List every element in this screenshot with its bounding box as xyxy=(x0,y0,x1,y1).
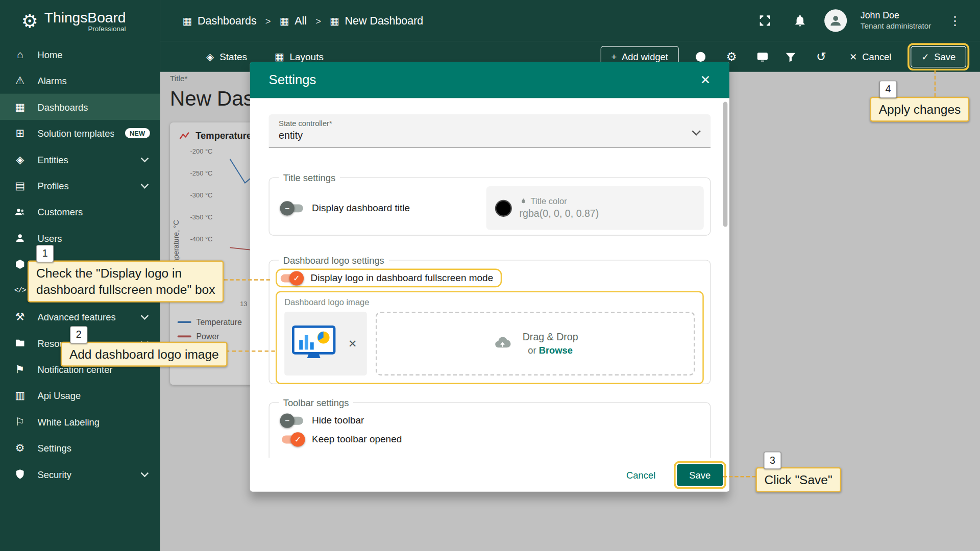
logo-image xyxy=(290,324,337,363)
sidebar-item-settings[interactable]: ⚙ Settings xyxy=(0,435,160,461)
breadcrumb-dashboards[interactable]: ▦ Dashboards xyxy=(183,14,257,28)
chevron-down-icon xyxy=(141,312,149,320)
entities-icon: ◈ xyxy=(14,154,26,165)
save-button-toolbar[interactable]: ✓ Save xyxy=(911,46,966,67)
code-icon: </> xyxy=(14,287,26,294)
new-badge: NEW xyxy=(125,128,150,138)
title-color-label-row: Title color xyxy=(520,197,599,206)
dialog-footer: Cancel Save xyxy=(250,458,729,492)
breadcrumb-separator: > xyxy=(265,15,271,26)
notifications-bell-button[interactable] xyxy=(789,13,811,28)
dialog-body: State controller* entity Title settings … xyxy=(250,98,729,458)
toolbar-settings-legend: Toolbar settings xyxy=(279,398,353,407)
callout-step-4: Apply changes xyxy=(870,97,969,122)
callout-step-3: Click "Save" xyxy=(755,467,841,492)
customers-icon xyxy=(14,206,26,218)
breadcrumb-all[interactable]: ▦ All xyxy=(280,14,307,28)
logo-settings-section: Dashboard logo settings ✓ Display logo i… xyxy=(269,256,711,384)
user-meta: John Doe Tenant administrator xyxy=(861,10,932,32)
state-controller-value: entity xyxy=(279,130,701,141)
sidebar-item-security[interactable]: Security xyxy=(0,461,160,487)
top-bar: ▦ Dashboards > ▦ All > ▦ New Dashboard xyxy=(160,0,980,41)
label-icon: ⚐ xyxy=(14,416,26,427)
dialog-scrollbar[interactable] xyxy=(723,102,728,227)
states-button[interactable]: ◈ States xyxy=(206,51,247,62)
cancel-button[interactable]: Cancel xyxy=(623,469,659,481)
state-controller-label: State controller* xyxy=(279,119,701,128)
tools-icon: ⚒ xyxy=(14,311,26,322)
sidebar-item-solution-templates[interactable]: ⊞ Solution templates NEW xyxy=(0,120,160,146)
toggle-off-icon: − xyxy=(280,201,295,215)
timewindow-clock-button[interactable] xyxy=(694,51,706,63)
brand: ⚙ ThingsBoard Professional xyxy=(0,0,160,41)
sidebar-item-entities[interactable]: ◈ Entities xyxy=(0,146,160,172)
alarm-icon: ⚠ xyxy=(14,76,26,86)
layouts-button[interactable]: ▦ Layouts xyxy=(275,51,324,62)
settings-dialog: Settings ✕ State controller* entity Titl… xyxy=(250,62,729,491)
color-swatch xyxy=(495,199,512,216)
dashboards-icon: ▦ xyxy=(330,15,339,27)
drag-drop-label: Drag & Drop xyxy=(523,332,578,343)
toolbar-left: ◈ States ▦ Layouts xyxy=(160,51,323,62)
thingsboard-logo: ⚙ xyxy=(21,10,38,32)
browse-link[interactable]: Browse xyxy=(539,345,573,356)
dashboards-icon: ▦ xyxy=(183,15,192,27)
filter-button[interactable] xyxy=(785,51,797,63)
breadcrumb-new-dashboard[interactable]: ▦ New Dashboard xyxy=(330,14,423,28)
solution-templates-icon: ⊞ xyxy=(14,128,26,138)
sidebar-item-customers[interactable]: Customers xyxy=(0,198,160,224)
display-logo-toggle[interactable]: ✓ xyxy=(281,274,302,282)
cancel-button-toolbar[interactable]: ✕ Cancel xyxy=(846,51,895,63)
breadcrumb-separator: > xyxy=(315,15,321,26)
layouts-icon: ▦ xyxy=(275,51,284,62)
breadcrumb: ▦ Dashboards > ▦ All > ▦ New Dashboard xyxy=(160,14,423,28)
brand-name: ThingsBoard xyxy=(44,9,126,26)
dialog-title: Settings xyxy=(269,72,316,87)
save-button[interactable]: Save xyxy=(677,464,723,486)
dashboard-logo-image-block: Dashboard logo image xyxy=(276,291,704,384)
color-drop-icon xyxy=(520,197,528,206)
sidebar-item-dashboards[interactable]: ▦ Dashboards xyxy=(0,94,160,120)
sidebar-item-alarms[interactable]: ⚠ Alarms xyxy=(0,67,160,93)
user-role: Tenant administrator xyxy=(861,21,932,32)
states-icon: ◈ xyxy=(206,51,214,62)
keep-toolbar-toggle[interactable]: ✓ xyxy=(282,435,303,443)
user-icon xyxy=(14,232,26,244)
annotation-connector-3 xyxy=(723,476,756,477)
dashboards-icon: ▦ xyxy=(280,15,289,27)
hide-toolbar-toggle-row: − Hide toolbar xyxy=(276,411,704,430)
sidebar-item-api-usage[interactable]: ▥ Api Usage xyxy=(0,382,160,408)
fullscreen-button[interactable] xyxy=(754,13,776,28)
title-settings-legend: Title settings xyxy=(279,173,340,182)
sidebar-item-users[interactable]: Users xyxy=(0,225,160,251)
gear-icon: ⚙ xyxy=(14,443,26,454)
check-icon: ✓ xyxy=(921,51,929,62)
title-settings-section: Title settings − Display dashboard title xyxy=(269,173,711,235)
state-controller-select[interactable]: State controller* entity xyxy=(269,114,711,148)
chevron-down-icon xyxy=(141,154,149,162)
title-color-field[interactable]: Title color rgba(0, 0, 0, 0.87) xyxy=(486,186,704,230)
sidebar-item-home[interactable]: ⌂ Home xyxy=(0,41,160,67)
user-name: John Doe xyxy=(861,10,932,21)
annotation-connector-4 xyxy=(935,70,936,97)
manage-layouts-monitor-button[interactable] xyxy=(756,51,769,63)
sidebar-item-profiles[interactable]: ▤ Profiles xyxy=(0,172,160,198)
kebab-menu-button[interactable]: ⋮ xyxy=(945,12,965,29)
user-avatar[interactable] xyxy=(824,9,847,32)
plus-icon: + xyxy=(611,51,617,62)
upload-cloud-icon xyxy=(493,335,512,352)
dialog-header: Settings ✕ xyxy=(250,62,729,98)
sidebar-item-white-labeling[interactable]: ⚐ White Labeling xyxy=(0,409,160,435)
display-logo-toggle-row: ✓ Display logo in dashboard fullscreen m… xyxy=(276,269,502,288)
logo-dropzone[interactable]: Drag & Drop or Browse xyxy=(376,312,695,375)
remove-logo-icon[interactable]: ✕ xyxy=(345,336,361,350)
toggle-on-check-icon: ✓ xyxy=(289,271,304,285)
chart-icon: ▥ xyxy=(14,390,26,401)
close-icon[interactable]: ✕ xyxy=(696,72,714,88)
version-history-button[interactable]: ↺ xyxy=(813,50,830,63)
display-title-toggle[interactable]: − xyxy=(282,204,303,212)
chevron-down-icon xyxy=(141,180,149,188)
hide-toolbar-toggle[interactable]: − xyxy=(282,416,303,424)
dashboard-settings-gear-button[interactable]: ⚙ xyxy=(722,50,741,63)
toggle-on-check-icon: ✓ xyxy=(290,432,305,446)
